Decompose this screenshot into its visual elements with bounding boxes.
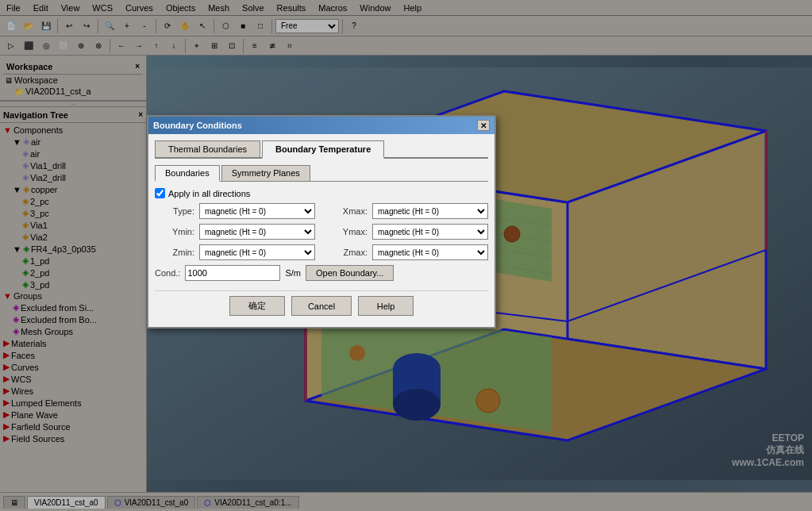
- xmax-select[interactable]: magnetic (Ht = 0): [372, 203, 488, 219]
- zmin-select[interactable]: magnetic (Ht = 0): [199, 244, 315, 260]
- help-button[interactable]: Help: [358, 296, 414, 316]
- ymax-select[interactable]: magnetic (Ht = 0): [372, 224, 488, 240]
- cond-row: Cond.: S/m Open Boundary...: [155, 265, 488, 281]
- dialog-buttons: 确定 Cancel Help: [155, 290, 488, 321]
- dialog-title: Boundary Conditions: [153, 121, 242, 130]
- tab-symmetry-planes[interactable]: Symmetry Planes: [221, 165, 310, 181]
- tab-boundary-temperature[interactable]: Boundary Temperature: [262, 140, 384, 159]
- type-select[interactable]: magnetic (Ht = 0): [199, 203, 315, 219]
- zmin-label: Zmin:: [155, 248, 194, 257]
- apply-all-directions-row: Apply in all directions: [155, 188, 488, 198]
- dialog-tabs-row2: Boundaries Symmetry Planes: [155, 165, 488, 182]
- tab-thermal-boundaries[interactable]: Thermal Boundaries: [155, 140, 260, 157]
- cond-label: Cond.:: [155, 268, 180, 278]
- modal-overlay: Boundary Conditions ✕ Thermal Boundaries…: [0, 0, 812, 511]
- tab-boundaries[interactable]: Boundaries: [155, 165, 220, 182]
- dialog-close-btn[interactable]: ✕: [477, 120, 490, 131]
- cond-unit: S/m: [285, 268, 301, 278]
- dialog-tabs-row1: Thermal Boundaries Boundary Temperature: [155, 140, 488, 159]
- xmax-label: Xmax:: [320, 206, 368, 216]
- ymin-select[interactable]: magnetic (Ht = 0): [199, 224, 315, 240]
- dialog-content: Thermal Boundaries Boundary Temperature …: [148, 134, 495, 327]
- boundary-dialog: Boundary Conditions ✕ Thermal Boundaries…: [147, 115, 496, 328]
- cond-input[interactable]: [185, 265, 280, 281]
- open-boundary-btn[interactable]: Open Boundary...: [306, 265, 394, 281]
- dialog-titlebar: Boundary Conditions ✕: [148, 117, 495, 134]
- apply-all-directions-label: Apply in all directions: [168, 189, 250, 198]
- ok-button[interactable]: 确定: [229, 296, 285, 316]
- ymax-label: Ymax:: [320, 227, 368, 236]
- zmax-select[interactable]: magnetic (Ht = 0): [372, 244, 488, 260]
- zmax-label: Zmax:: [320, 248, 368, 257]
- cancel-button[interactable]: Cancel: [291, 296, 352, 316]
- form-grid: Type: magnetic (Ht = 0) Xmax: magnetic (…: [155, 203, 488, 260]
- type-label: Type:: [155, 206, 194, 216]
- ymin-label: Ymin:: [155, 227, 194, 236]
- apply-all-directions-checkbox[interactable]: [155, 188, 165, 198]
